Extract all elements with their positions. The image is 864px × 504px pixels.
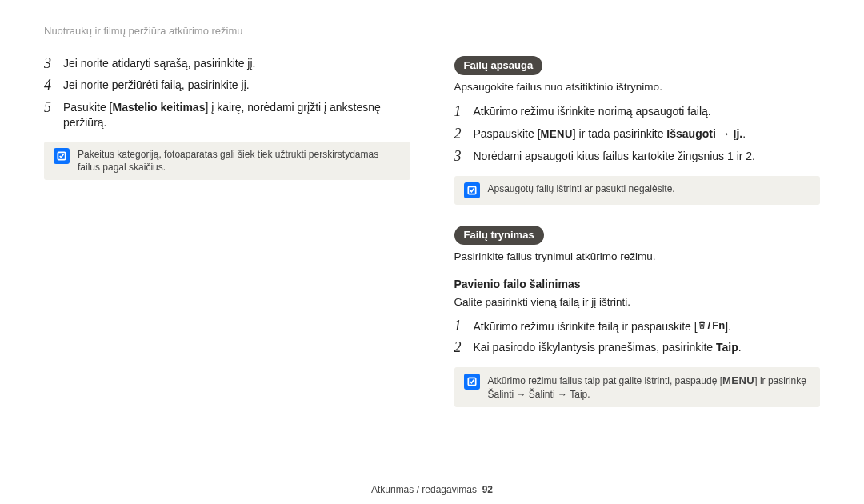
note-text: Pakeitus kategoriją, fotoaparatas gali š… (78, 148, 401, 174)
fn-label: Fn (712, 318, 725, 333)
arrow-icon: → (514, 389, 529, 400)
step-item: 3 Jei norite atidaryti sąrašą, pasirinki… (44, 56, 410, 72)
running-header: Nuotraukų ir filmų peržiūra atkūrimo rež… (44, 24, 820, 38)
step-item: 2 Paspauskite [MENU] ir tada pasirinkite… (454, 126, 821, 142)
step-text: Kai pasirodo iškylantysis pranešimas, pa… (474, 340, 742, 355)
right-column: Failų apsauga Apsaugokite failus nuo ats… (454, 56, 821, 407)
section-description: Apsaugokite failus nuo atsitiktinio ištr… (454, 80, 821, 94)
step-text-pre: Atkūrimo režimu išrinkite failą ir paspa… (474, 319, 698, 332)
note-icon (464, 374, 480, 390)
step-text: Atkūrimo režimu išrinkite failą ir paspa… (474, 318, 731, 334)
step-text: Norėdami apsaugoti kitus failus kartokit… (474, 149, 756, 164)
step-number: 4 (44, 78, 55, 94)
step-text-post: ]. (725, 319, 731, 332)
footer-page-number: 92 (482, 484, 493, 495)
fn-button-icon: /Fn (698, 318, 726, 333)
section-heading-pill: Failų apsauga (454, 56, 543, 76)
step-text-mid: ] ir tada pasirinkite (573, 127, 667, 140)
step-item: 2 Kai pasirodo iškylantysis pranešimas, … (454, 340, 821, 356)
trash-icon (698, 320, 706, 330)
footer-chapter: Atkūrimas / redagavimas (371, 484, 477, 495)
step-number: 3 (454, 149, 466, 165)
step-text-bold: Mastelio keitimas (112, 101, 205, 114)
step-number: 1 (454, 104, 466, 120)
step-text-pre: Kai pasirodo iškylantysis pranešimas, pa… (474, 341, 716, 354)
step-number: 1 (454, 318, 466, 334)
note-text-pre: Atkūrimo režimu failus taip pat galite i… (488, 375, 722, 386)
spacer (454, 205, 821, 226)
step-number: 2 (454, 126, 466, 142)
step-text-post: . (738, 341, 742, 354)
note-bold-2: Šalinti (529, 389, 555, 400)
menu-button-label: MENU (541, 127, 573, 142)
step-item: 3 Norėdami apsaugoti kitus failus kartok… (454, 149, 821, 165)
note-text: Apsaugotų failų ištrinti ar pasukti nega… (488, 182, 811, 195)
section-file-deletion: Failų trynimas Pasirinkite failus trynim… (454, 226, 821, 407)
step-text: Pasukite [Mastelio keitimas] į kairę, no… (63, 100, 410, 130)
section-heading-pill: Failų trynimas (454, 226, 544, 246)
note-text-mid: ] ir pasirinkę (754, 375, 806, 386)
section-description: Pasirinkite failus trynimui atkūrimo rež… (454, 250, 821, 264)
step-item: 1 Atkūrimo režimu išrinkite failą ir pas… (454, 318, 821, 334)
step-text-bold-2: Įj. (734, 127, 743, 140)
arrow-icon: → (716, 127, 734, 140)
step-text: Atkūrimo režimu išrinkite norimą apsaugo… (474, 104, 711, 119)
step-text: Paspauskite [MENU] ir tada pasirinkite I… (474, 126, 746, 142)
left-column: 3 Jei norite atidaryti sąrašą, pasirinki… (44, 56, 410, 407)
step-item: 4 Jei norite peržiūrėti failą, pasirinki… (44, 78, 410, 94)
note-box: Pakeitus kategoriją, fotoaparatas gali š… (44, 142, 410, 180)
step-item: 1 Atkūrimo režimu išrinkite norimą apsau… (454, 104, 821, 120)
step-text: Jei norite atidaryti sąrašą, pasirinkite… (63, 56, 255, 71)
step-text-pre: Paspauskite [ (474, 127, 541, 140)
note-box: Atkūrimo režimu failus taip pat galite i… (454, 367, 821, 407)
section-file-protection: Failų apsauga Apsaugokite failus nuo ats… (454, 56, 821, 205)
step-text-bold: Taip (716, 341, 738, 354)
two-column-layout: 3 Jei norite atidaryti sąrašą, pasirinki… (44, 56, 820, 407)
note-box: Apsaugotų failų ištrinti ar pasukti nega… (454, 176, 821, 205)
note-bold-1: Šalinti (488, 389, 514, 400)
menu-button-label: MENU (722, 374, 754, 388)
note-icon (464, 182, 480, 198)
note-text: Atkūrimo režimu failus taip pat galite i… (488, 374, 811, 401)
step-text: Jei norite peržiūrėti failą, pasirinkite… (63, 78, 250, 93)
page-footer: Atkūrimas / redagavimas 92 (0, 483, 864, 496)
step-item: 5 Pasukite [Mastelio keitimas] į kairę, … (44, 100, 410, 130)
document-page: Nuotraukų ir filmų peržiūra atkūrimo rež… (0, 0, 864, 504)
step-number: 2 (454, 340, 466, 356)
step-number: 5 (44, 100, 55, 116)
subsection-heading: Pavienio failo šalinimas (454, 277, 821, 292)
step-text-bold: Išsaugoti (666, 127, 715, 140)
step-number: 3 (44, 56, 55, 72)
arrow-icon: → (555, 389, 570, 400)
step-text-post: . (742, 127, 746, 140)
note-bold-3: Taip (570, 389, 587, 400)
note-text-post: . (587, 389, 590, 400)
note-icon (54, 148, 70, 164)
subsection-description: Galite pasirinkti vieną failą ir jį ištr… (454, 295, 821, 310)
step-text-pre: Pasukite [ (63, 101, 112, 114)
